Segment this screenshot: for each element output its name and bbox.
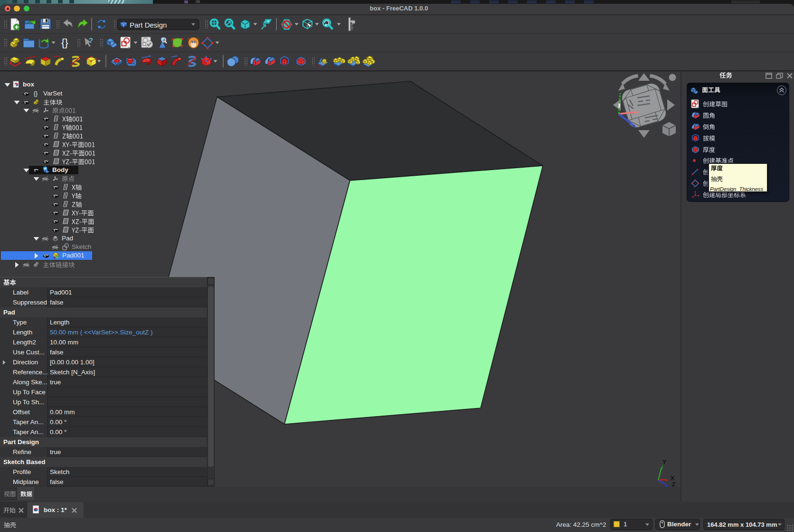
svg-text:X: X: [671, 475, 674, 482]
svg-text:Y: Y: [662, 459, 666, 466]
svg-text:{}: {}: [34, 90, 38, 97]
svg-text:?: ?: [89, 37, 93, 44]
